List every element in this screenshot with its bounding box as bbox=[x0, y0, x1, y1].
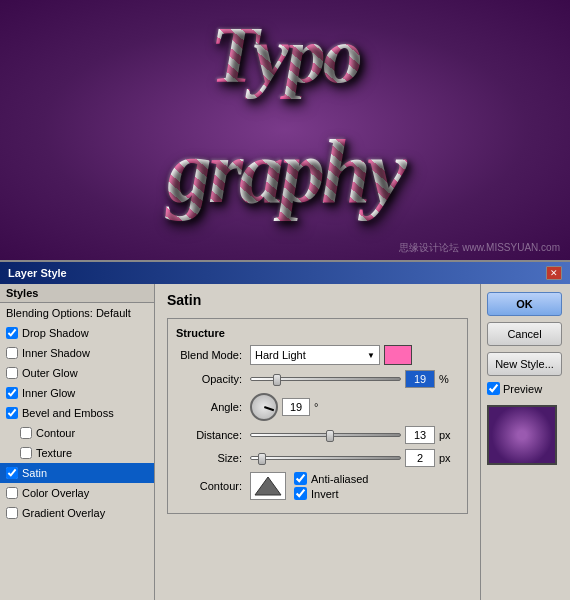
distance-input[interactable] bbox=[405, 426, 435, 444]
opacity-row: Opacity: % bbox=[176, 370, 459, 388]
blend-mode-dropdown[interactable]: Hard Light ▼ bbox=[250, 345, 380, 365]
preview-inner bbox=[489, 407, 555, 463]
close-button[interactable]: ✕ bbox=[546, 266, 562, 280]
contour-options: Anti-aliased Invert bbox=[294, 472, 368, 500]
contour-label: Contour: bbox=[176, 480, 246, 492]
sidebar-item-blending[interactable]: Blending Options: Default bbox=[0, 303, 154, 323]
angle-dial[interactable] bbox=[250, 393, 278, 421]
style-label-color-overlay: Color Overlay bbox=[22, 487, 89, 499]
layer-style-dialog: Layer Style ✕ Styles Blending Options: D… bbox=[0, 260, 570, 600]
style-label-contour: Contour bbox=[36, 427, 75, 439]
sidebar-item-inner-glow[interactable]: Inner Glow bbox=[0, 383, 154, 403]
style-label-outer-glow: Outer Glow bbox=[22, 367, 78, 379]
style-label-gradient-overlay: Gradient Overlay bbox=[22, 507, 105, 519]
angle-label: Angle: bbox=[176, 401, 246, 413]
canvas-text-line1: Typo bbox=[0, 10, 570, 101]
invert-checkbox[interactable] bbox=[294, 487, 307, 500]
sidebar-item-gradient-overlay[interactable]: Gradient Overlay bbox=[0, 503, 154, 523]
style-checkbox-drop-shadow[interactable] bbox=[6, 327, 18, 339]
blend-mode-row: Blend Mode: Hard Light ▼ bbox=[176, 345, 459, 365]
anti-aliased-checkbox[interactable] bbox=[294, 472, 307, 485]
canvas-text-line2: graphy bbox=[0, 120, 570, 223]
blend-mode-value: Hard Light bbox=[255, 349, 306, 361]
style-label-satin: Satin bbox=[22, 467, 47, 479]
styles-header: Styles bbox=[0, 284, 154, 303]
angle-unit: ° bbox=[314, 401, 334, 413]
angle-row: Angle: ° bbox=[176, 393, 459, 421]
sidebar-item-satin[interactable]: Satin bbox=[0, 463, 154, 483]
distance-slider-thumb[interactable] bbox=[326, 430, 334, 442]
style-checkbox-inner-shadow[interactable] bbox=[6, 347, 18, 359]
style-label-blending: Blending Options: Default bbox=[6, 307, 131, 319]
svg-marker-0 bbox=[255, 477, 281, 495]
sidebar-item-inner-shadow[interactable]: Inner Shadow bbox=[0, 343, 154, 363]
style-label-texture: Texture bbox=[36, 447, 72, 459]
style-label-inner-glow: Inner Glow bbox=[22, 387, 75, 399]
style-label-inner-shadow: Inner Shadow bbox=[22, 347, 90, 359]
size-input[interactable] bbox=[405, 449, 435, 467]
ok-button[interactable]: OK bbox=[487, 292, 562, 316]
preview-checkbox[interactable] bbox=[487, 382, 500, 395]
size-unit: px bbox=[439, 452, 459, 464]
style-checkbox-satin[interactable] bbox=[6, 467, 18, 479]
style-label-drop-shadow: Drop Shadow bbox=[22, 327, 89, 339]
distance-slider-track bbox=[250, 433, 401, 437]
new-style-button[interactable]: New Style... bbox=[487, 352, 562, 376]
preview-thumbnail bbox=[487, 405, 557, 465]
dialog-title: Layer Style bbox=[8, 267, 67, 279]
style-checkbox-contour[interactable] bbox=[20, 427, 32, 439]
style-checkbox-inner-glow[interactable] bbox=[6, 387, 18, 399]
style-checkbox-texture[interactable] bbox=[20, 447, 32, 459]
section-title: Satin bbox=[167, 292, 468, 308]
opacity-slider-container bbox=[250, 372, 401, 386]
structure-label: Structure bbox=[176, 327, 459, 339]
sidebar-item-color-overlay[interactable]: Color Overlay bbox=[0, 483, 154, 503]
style-label-bevel-emboss: Bevel and Emboss bbox=[22, 407, 114, 419]
style-checkbox-gradient-overlay[interactable] bbox=[6, 507, 18, 519]
distance-label: Distance: bbox=[176, 429, 246, 441]
angle-input[interactable] bbox=[282, 398, 310, 416]
styles-list: Blending Options: DefaultDrop ShadowInne… bbox=[0, 303, 154, 523]
anti-aliased-row: Anti-aliased bbox=[294, 472, 368, 485]
dialog-titlebar: Layer Style ✕ bbox=[0, 262, 570, 284]
style-checkbox-outer-glow[interactable] bbox=[6, 367, 18, 379]
preview-row: Preview bbox=[487, 382, 564, 395]
satin-options: Satin Structure Blend Mode: Hard Light ▼… bbox=[155, 284, 480, 600]
color-swatch[interactable] bbox=[384, 345, 412, 365]
size-slider-thumb[interactable] bbox=[258, 453, 266, 465]
contour-shape-icon bbox=[253, 475, 283, 497]
sidebar-item-texture[interactable]: Texture bbox=[14, 443, 154, 463]
opacity-slider-track bbox=[250, 377, 401, 381]
size-slider-container bbox=[250, 451, 401, 465]
dialog-body: Styles Blending Options: DefaultDrop Sha… bbox=[0, 284, 570, 600]
style-checkbox-bevel-emboss[interactable] bbox=[6, 407, 18, 419]
size-row: Size: px bbox=[176, 449, 459, 467]
canvas-preview: Typo graphy 思缘设计论坛 www.MISSYUAN.com bbox=[0, 0, 570, 260]
styles-panel: Styles Blending Options: DefaultDrop Sha… bbox=[0, 284, 155, 600]
angle-indicator bbox=[264, 406, 274, 411]
opacity-unit: % bbox=[439, 373, 459, 385]
distance-unit: px bbox=[439, 429, 459, 441]
right-panel: OK Cancel New Style... Preview bbox=[480, 284, 570, 600]
blend-mode-label: Blend Mode: bbox=[176, 349, 246, 361]
distance-slider-container bbox=[250, 428, 401, 442]
opacity-slider-thumb[interactable] bbox=[273, 374, 281, 386]
contour-preview[interactable] bbox=[250, 472, 286, 500]
sidebar-item-bevel-emboss[interactable]: Bevel and Emboss bbox=[0, 403, 154, 423]
opacity-label: Opacity: bbox=[176, 373, 246, 385]
invert-row: Invert bbox=[294, 487, 368, 500]
dropdown-arrow-icon: ▼ bbox=[367, 351, 375, 360]
size-label: Size: bbox=[176, 452, 246, 464]
style-checkbox-color-overlay[interactable] bbox=[6, 487, 18, 499]
sidebar-item-contour[interactable]: Contour bbox=[14, 423, 154, 443]
preview-label: Preview bbox=[503, 383, 542, 395]
sidebar-item-drop-shadow[interactable]: Drop Shadow bbox=[0, 323, 154, 343]
size-slider-track bbox=[250, 456, 401, 460]
opacity-input[interactable] bbox=[405, 370, 435, 388]
sidebar-item-outer-glow[interactable]: Outer Glow bbox=[0, 363, 154, 383]
cancel-button[interactable]: Cancel bbox=[487, 322, 562, 346]
structure-box: Structure Blend Mode: Hard Light ▼ Opaci… bbox=[167, 318, 468, 514]
distance-row: Distance: px bbox=[176, 426, 459, 444]
contour-row: Contour: Anti-aliased Invert bbox=[176, 472, 459, 500]
invert-label: Invert bbox=[311, 488, 339, 500]
